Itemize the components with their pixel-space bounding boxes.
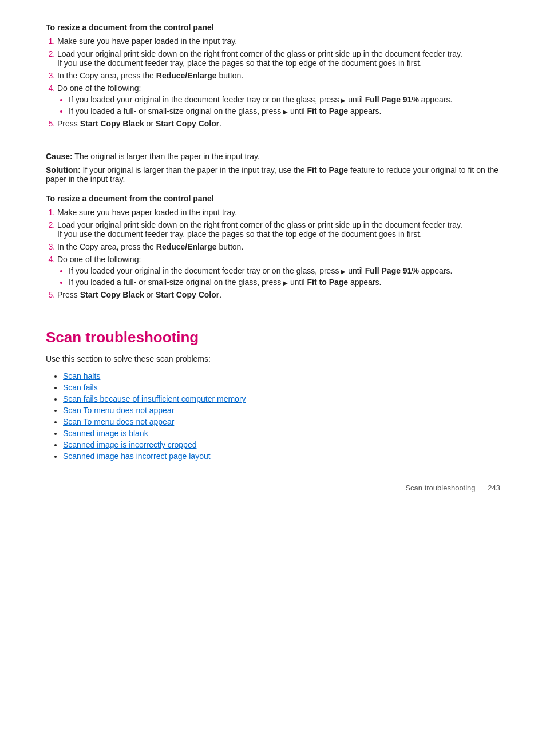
step-2-5-bold1: Start Copy Black [80, 290, 144, 299]
section2-heading: To resize a document from the control pa… [46, 194, 500, 203]
sub-2-1-end: appears. [419, 266, 452, 275]
step-1-3-before: In the Copy area, press the [57, 71, 156, 80]
step-2-1-text: Make sure you have paper loaded in the i… [57, 208, 237, 217]
sub-2-2-bold: Fit to Page [307, 278, 349, 287]
sub-1-1-before: If you loaded your original in the docum… [69, 95, 341, 104]
step-1-3-bold: Reduce/Enlarge [156, 71, 217, 80]
cause-label: Cause: [46, 152, 73, 161]
step-2-3-bold: Reduce/Enlarge [156, 242, 217, 251]
scan-title: Scan troubleshooting [46, 328, 500, 346]
step-1-1: Make sure you have paper loaded in the i… [57, 37, 500, 46]
list-item-scan-halts: Scan halts [63, 371, 500, 381]
step-1-5-bold1: Start Copy Black [80, 119, 144, 128]
section2: To resize a document from the control pa… [46, 194, 500, 299]
sub-2-2-before: If you loaded a full- or small-size orig… [69, 278, 283, 287]
list-item-scanned-page-layout: Scanned image has incorrect page layout [63, 452, 500, 461]
solution-text: If your original is larger than the pape… [83, 165, 307, 175]
step-2-5-bold2: Start Copy Color [156, 290, 219, 299]
sub-1-1-end: appears. [419, 95, 452, 104]
link-scan-fails[interactable]: Scan fails [63, 383, 98, 392]
section1-heading: To resize a document from the control pa… [46, 23, 500, 32]
step-1-3: In the Copy area, press the Reduce/Enlar… [57, 71, 500, 80]
step-1-5: Press Start Copy Black or Start Copy Col… [57, 119, 500, 128]
step-1-2-text: Load your original print side down on th… [57, 49, 462, 58]
play-icon-4: ▶ [283, 280, 288, 286]
sub-1-2-bold: Fit to Page [307, 106, 349, 116]
sub-1-1-after: until [346, 95, 365, 104]
play-icon-2: ▶ [283, 109, 288, 115]
cause-solution1: Cause: The original is larger than the p… [46, 152, 500, 184]
step-2-4-bullets: If you loaded your original in the docum… [57, 266, 500, 287]
step-1-5-before: Press [57, 119, 80, 128]
solution-label: Solution: [46, 165, 81, 175]
list-item-scanned-cropped: Scanned image is incorrectly cropped [63, 440, 500, 449]
scan-link-list: Scan halts Scan fails Scan fails because… [46, 371, 500, 461]
step-1-2-note: If you use the document feeder tray, pla… [57, 58, 422, 68]
sub-bullet-2-2: If you loaded a full- or small-size orig… [69, 278, 500, 287]
link-scan-to-menu-2[interactable]: Scan To menu does not appear [63, 417, 174, 426]
step-1-4: Do one of the following: If you loaded y… [57, 84, 500, 116]
footer-spacer [477, 484, 485, 492]
sub-2-1-before: If you loaded your original in the docum… [69, 266, 341, 275]
list-item-scan-fails-memory: Scan fails because of insufficient compu… [63, 394, 500, 403]
link-scanned-page-layout[interactable]: Scanned image has incorrect page layout [63, 452, 211, 461]
step-2-5-mid: or [144, 290, 156, 299]
solution-bold: Fit to Page [307, 165, 349, 175]
scan-intro: Use this section to solve these scan pro… [46, 354, 500, 363]
sub-2-2-after: until [288, 278, 307, 287]
sub-2-2-end: appears. [348, 278, 381, 287]
sub-bullet-1-1: If you loaded your original in the docum… [69, 95, 500, 104]
divider1 [46, 140, 500, 140]
link-scan-fails-memory[interactable]: Scan fails because of insufficient compu… [63, 394, 246, 403]
step-2-2-note: If you use the document feeder tray, pla… [57, 229, 422, 239]
step-2-5: Press Start Copy Black or Start Copy Col… [57, 290, 500, 299]
step-1-4-text: Do one of the following: [57, 84, 141, 93]
step-2-4-text: Do one of the following: [57, 255, 141, 264]
link-scanned-blank[interactable]: Scanned image is blank [63, 429, 148, 438]
sub-1-2-before: If you loaded a full- or small-size orig… [69, 106, 283, 116]
sub-1-1-bold: Full Page 91% [365, 95, 419, 104]
link-scan-halts[interactable]: Scan halts [63, 371, 100, 381]
footer: Scan troubleshooting 243 [46, 484, 500, 492]
step-2-3-before: In the Copy area, press the [57, 242, 156, 251]
list-item-scan-fails: Scan fails [63, 383, 500, 392]
scan-troubleshooting-section: Scan troubleshooting Use this section to… [46, 328, 500, 461]
step-2-2: Load your original print side down on th… [57, 220, 500, 239]
sub-2-1-bold: Full Page 91% [365, 266, 419, 275]
link-scanned-cropped[interactable]: Scanned image is incorrectly cropped [63, 440, 196, 449]
step-2-3: In the Copy area, press the Reduce/Enlar… [57, 242, 500, 251]
solution-paragraph: Solution: If your original is larger tha… [46, 165, 500, 184]
list-item-scan-to-menu-1: Scan To menu does not appear [63, 406, 500, 415]
step-1-3-after: button. [217, 71, 244, 80]
step-2-4: Do one of the following: If you loaded y… [57, 255, 500, 287]
step-1-4-bullets: If you loaded your original in the docum… [57, 95, 500, 116]
list-item-scan-to-menu-2: Scan To menu does not appear [63, 417, 500, 426]
section1: To resize a document from the control pa… [46, 23, 500, 128]
footer-label: Scan troubleshooting [405, 484, 475, 492]
step-2-5-after: . [219, 290, 221, 299]
link-scan-to-menu-1[interactable]: Scan To menu does not appear [63, 406, 174, 415]
step-2-1: Make sure you have paper loaded in the i… [57, 208, 500, 217]
sub-bullet-1-2: If you loaded a full- or small-size orig… [69, 106, 500, 116]
divider2 [46, 311, 500, 311]
step-2-2-text: Load your original print side down on th… [57, 220, 462, 229]
sub-1-2-end: appears. [348, 106, 381, 116]
cause-paragraph: Cause: The original is larger than the p… [46, 152, 500, 161]
cause-text: The original is larger than the paper in… [74, 152, 259, 161]
footer-page-number: 243 [488, 484, 500, 492]
step-1-5-mid: or [144, 119, 156, 128]
step-1-5-bold2: Start Copy Color [156, 119, 219, 128]
sub-bullet-2-1: If you loaded your original in the docum… [69, 266, 500, 275]
sub-2-1-after: until [346, 266, 365, 275]
list-item-scanned-blank: Scanned image is blank [63, 429, 500, 438]
step-2-3-after: button. [217, 242, 244, 251]
sub-1-2-after: until [288, 106, 307, 116]
step-2-5-before: Press [57, 290, 80, 299]
step-1-1-text: Make sure you have paper loaded in the i… [57, 37, 237, 46]
step-1-5-after: . [219, 119, 221, 128]
step-1-2: Load your original print side down on th… [57, 49, 500, 68]
